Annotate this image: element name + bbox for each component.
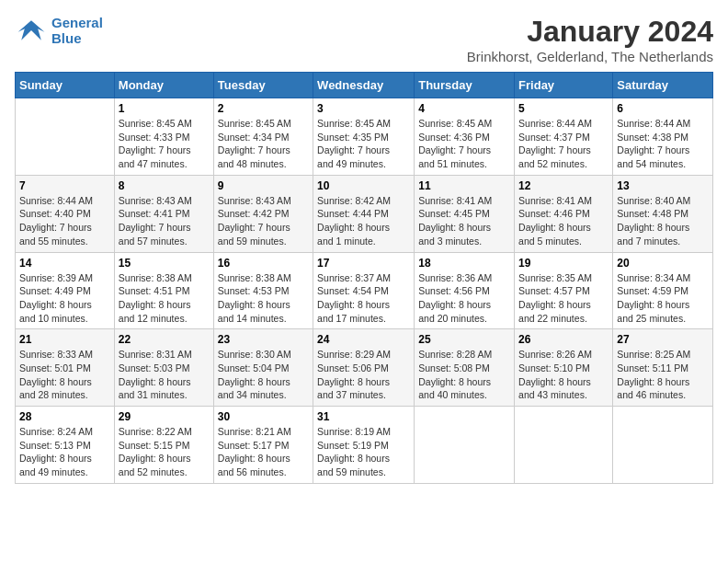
day-number: 20 (617, 257, 709, 270)
calendar-cell: 25Sunrise: 8:28 AM Sunset: 5:08 PM Dayli… (415, 329, 515, 407)
calendar-cell (515, 407, 613, 484)
logo-text-blue: Blue (51, 30, 103, 46)
day-number: 16 (218, 257, 309, 270)
day-info: Sunrise: 8:44 AM Sunset: 4:40 PM Dayligh… (19, 194, 110, 248)
day-number: 5 (518, 102, 609, 115)
day-number: 28 (19, 410, 110, 423)
calendar-cell: 7Sunrise: 8:44 AM Sunset: 4:40 PM Daylig… (16, 175, 115, 252)
calendar-cell: 23Sunrise: 8:30 AM Sunset: 5:04 PM Dayli… (213, 329, 313, 407)
day-number: 24 (317, 333, 410, 346)
day-number: 22 (119, 333, 210, 346)
day-info: Sunrise: 8:25 AM Sunset: 5:11 PM Dayligh… (617, 348, 709, 402)
day-info: Sunrise: 8:45 AM Sunset: 4:35 PM Dayligh… (317, 117, 410, 171)
calendar-cell: 27Sunrise: 8:25 AM Sunset: 5:11 PM Dayli… (613, 329, 713, 407)
day-info: Sunrise: 8:38 AM Sunset: 4:53 PM Dayligh… (218, 271, 309, 326)
day-info: Sunrise: 8:41 AM Sunset: 4:46 PM Dayligh… (518, 194, 609, 248)
day-info: Sunrise: 8:30 AM Sunset: 5:04 PM Dayligh… (218, 348, 309, 402)
calendar-cell: 3Sunrise: 8:45 AM Sunset: 4:35 PM Daylig… (313, 98, 415, 176)
day-number: 17 (317, 257, 410, 270)
day-number: 9 (218, 179, 309, 192)
page-header: General Blue January 2024 Brinkhorst, Ge… (15, 15, 713, 64)
day-info: Sunrise: 8:29 AM Sunset: 5:06 PM Dayligh… (317, 348, 410, 402)
calendar-cell: 10Sunrise: 8:42 AM Sunset: 4:44 PM Dayli… (313, 175, 415, 252)
day-info: Sunrise: 8:24 AM Sunset: 5:13 PM Dayligh… (19, 425, 110, 479)
day-number: 25 (418, 333, 510, 346)
day-info: Sunrise: 8:34 AM Sunset: 4:59 PM Dayligh… (617, 271, 709, 326)
day-info: Sunrise: 8:45 AM Sunset: 4:34 PM Dayligh… (218, 117, 309, 171)
day-info: Sunrise: 8:31 AM Sunset: 5:03 PM Dayligh… (119, 348, 210, 402)
calendar-cell (415, 407, 515, 484)
day-info: Sunrise: 8:42 AM Sunset: 4:44 PM Dayligh… (317, 194, 410, 248)
calendar-cell (613, 407, 713, 484)
calendar-cell: 9Sunrise: 8:43 AM Sunset: 4:42 PM Daylig… (213, 175, 313, 252)
day-info: Sunrise: 8:38 AM Sunset: 4:51 PM Dayligh… (119, 271, 210, 326)
calendar-cell: 24Sunrise: 8:29 AM Sunset: 5:06 PM Dayli… (313, 329, 415, 407)
day-number: 27 (617, 333, 709, 346)
day-number: 6 (617, 102, 709, 115)
day-number: 8 (119, 179, 210, 192)
calendar-week-row: 14Sunrise: 8:39 AM Sunset: 4:49 PM Dayli… (16, 252, 713, 329)
title-block: January 2024 Brinkhorst, Gelderland, The… (467, 15, 713, 64)
calendar-cell: 22Sunrise: 8:31 AM Sunset: 5:03 PM Dayli… (114, 329, 213, 407)
day-number: 13 (617, 179, 709, 192)
logo: General Blue (15, 15, 103, 46)
calendar-cell: 5Sunrise: 8:44 AM Sunset: 4:37 PM Daylig… (515, 98, 613, 176)
weekday-header-friday: Friday (515, 73, 613, 98)
weekday-header-monday: Monday (114, 73, 213, 98)
svg-marker-0 (18, 20, 45, 40)
location-subtitle: Brinkhorst, Gelderland, The Netherlands (467, 49, 713, 64)
calendar-cell: 12Sunrise: 8:41 AM Sunset: 4:46 PM Dayli… (515, 175, 613, 252)
calendar-cell: 8Sunrise: 8:43 AM Sunset: 4:41 PM Daylig… (114, 175, 213, 252)
day-number: 1 (119, 102, 210, 115)
weekday-header-thursday: Thursday (415, 73, 515, 98)
calendar-cell: 30Sunrise: 8:21 AM Sunset: 5:17 PM Dayli… (213, 407, 313, 484)
calendar-cell: 4Sunrise: 8:45 AM Sunset: 4:36 PM Daylig… (415, 98, 515, 176)
day-info: Sunrise: 8:44 AM Sunset: 4:38 PM Dayligh… (617, 117, 709, 171)
calendar-cell: 20Sunrise: 8:34 AM Sunset: 4:59 PM Dayli… (613, 252, 713, 329)
calendar-cell: 26Sunrise: 8:26 AM Sunset: 5:10 PM Dayli… (515, 329, 613, 407)
day-info: Sunrise: 8:36 AM Sunset: 4:56 PM Dayligh… (418, 271, 510, 326)
calendar-table: SundayMondayTuesdayWednesdayThursdayFrid… (15, 72, 713, 484)
day-info: Sunrise: 8:22 AM Sunset: 5:15 PM Dayligh… (119, 425, 210, 479)
calendar-cell: 6Sunrise: 8:44 AM Sunset: 4:38 PM Daylig… (613, 98, 713, 176)
day-info: Sunrise: 8:35 AM Sunset: 4:57 PM Dayligh… (518, 271, 609, 326)
calendar-week-row: 28Sunrise: 8:24 AM Sunset: 5:13 PM Dayli… (16, 407, 713, 484)
calendar-cell (16, 98, 115, 176)
calendar-cell: 16Sunrise: 8:38 AM Sunset: 4:53 PM Dayli… (213, 252, 313, 329)
calendar-cell: 11Sunrise: 8:41 AM Sunset: 4:45 PM Dayli… (415, 175, 515, 252)
calendar-cell: 19Sunrise: 8:35 AM Sunset: 4:57 PM Dayli… (515, 252, 613, 329)
day-info: Sunrise: 8:41 AM Sunset: 4:45 PM Dayligh… (418, 194, 510, 248)
calendar-cell: 28Sunrise: 8:24 AM Sunset: 5:13 PM Dayli… (16, 407, 115, 484)
day-info: Sunrise: 8:28 AM Sunset: 5:08 PM Dayligh… (418, 348, 510, 402)
calendar-week-row: 21Sunrise: 8:33 AM Sunset: 5:01 PM Dayli… (16, 329, 713, 407)
day-info: Sunrise: 8:40 AM Sunset: 4:48 PM Dayligh… (617, 194, 709, 248)
calendar-cell: 13Sunrise: 8:40 AM Sunset: 4:48 PM Dayli… (613, 175, 713, 252)
weekday-header-sunday: Sunday (16, 73, 115, 98)
calendar-cell: 14Sunrise: 8:39 AM Sunset: 4:49 PM Dayli… (16, 252, 115, 329)
day-number: 2 (218, 102, 309, 115)
day-info: Sunrise: 8:21 AM Sunset: 5:17 PM Dayligh… (218, 425, 309, 479)
weekday-header-wednesday: Wednesday (313, 73, 415, 98)
day-number: 7 (19, 179, 110, 192)
calendar-cell: 15Sunrise: 8:38 AM Sunset: 4:51 PM Dayli… (114, 252, 213, 329)
day-info: Sunrise: 8:44 AM Sunset: 4:37 PM Dayligh… (518, 117, 609, 171)
day-number: 19 (518, 257, 609, 270)
day-number: 18 (418, 257, 510, 270)
day-number: 30 (218, 410, 309, 423)
day-number: 3 (317, 102, 410, 115)
calendar-week-row: 1Sunrise: 8:45 AM Sunset: 4:33 PM Daylig… (16, 98, 713, 176)
calendar-cell: 18Sunrise: 8:36 AM Sunset: 4:56 PM Dayli… (415, 252, 515, 329)
weekday-header-tuesday: Tuesday (213, 73, 313, 98)
logo-bird-icon (15, 17, 48, 44)
calendar-week-row: 7Sunrise: 8:44 AM Sunset: 4:40 PM Daylig… (16, 175, 713, 252)
logo-text-general: General (51, 15, 103, 30)
day-info: Sunrise: 8:45 AM Sunset: 4:33 PM Dayligh… (119, 117, 210, 171)
day-info: Sunrise: 8:26 AM Sunset: 5:10 PM Dayligh… (518, 348, 609, 402)
day-info: Sunrise: 8:45 AM Sunset: 4:36 PM Dayligh… (418, 117, 510, 171)
day-number: 10 (317, 179, 410, 192)
day-info: Sunrise: 8:39 AM Sunset: 4:49 PM Dayligh… (19, 271, 110, 326)
day-number: 11 (418, 179, 510, 192)
day-info: Sunrise: 8:43 AM Sunset: 4:41 PM Dayligh… (119, 194, 210, 248)
calendar-header-row: SundayMondayTuesdayWednesdayThursdayFrid… (16, 73, 713, 98)
day-number: 31 (317, 410, 410, 423)
